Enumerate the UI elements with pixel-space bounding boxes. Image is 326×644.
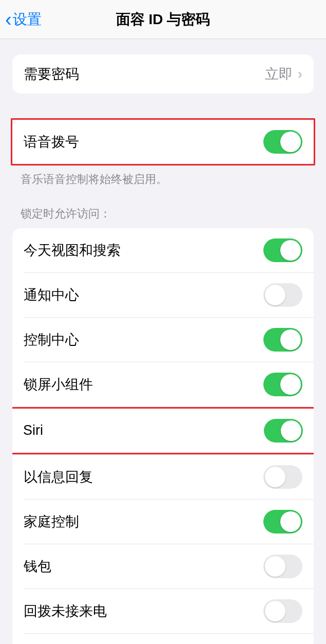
chevron-left-icon: ‹ (5, 10, 12, 29)
notification-center-row: 通知中心 (12, 273, 314, 317)
wallet-toggle[interactable] (263, 555, 302, 578)
siri-toggle[interactable] (264, 419, 303, 443)
control-center-toggle[interactable] (263, 328, 302, 352)
wallet-label: 钱包 (24, 557, 51, 576)
control-center-row: 控制中心 (12, 318, 314, 362)
reply-message-toggle[interactable] (263, 465, 302, 489)
voice-dial-footer: 音乐语音控制将始终被启用。 (0, 165, 326, 188)
notification-center-toggle[interactable] (263, 283, 302, 307)
page-title: 面容 ID 与密码 (116, 10, 210, 29)
lockscreen-widgets-label: 锁屏小组件 (24, 375, 93, 394)
back-button[interactable]: ‹ 设置 (5, 10, 42, 29)
require-passcode-value: 立即 (265, 65, 293, 83)
home-control-toggle[interactable] (263, 510, 302, 533)
require-passcode-label: 需要密码 (24, 65, 79, 83)
home-control-row: 家庭控制 (12, 500, 314, 544)
chevron-right-icon: › (298, 66, 302, 82)
today-view-toggle[interactable] (263, 238, 302, 262)
require-passcode-row[interactable]: 需要密码 立即 › (12, 54, 314, 94)
lockscreen-widgets-row: 锁屏小组件 (12, 362, 314, 407)
navigation-bar: ‹ 设置 面容 ID 与密码 (0, 0, 326, 39)
lock-access-header: 锁定时允许访问： (0, 206, 326, 228)
return-missed-calls-toggle[interactable] (263, 599, 302, 623)
reply-message-label: 以信息回复 (24, 468, 93, 486)
today-view-row: 今天视图和搜索 (12, 228, 314, 272)
wallet-row: 钱包 (12, 544, 314, 588)
voice-dial-row: 语音拨号 (12, 120, 314, 164)
control-center-label: 控制中心 (24, 330, 79, 349)
siri-label: Siri (23, 422, 43, 438)
siri-row: Siri (12, 407, 314, 454)
lock-access-section: 今天视图和搜索 通知中心 控制中心 锁屏小组件 Siri (12, 228, 314, 644)
reply-message-row: 以信息回复 (12, 455, 314, 499)
back-label: 设置 (13, 10, 42, 29)
usb-accessories-row: USB 配件 (12, 634, 314, 644)
return-missed-calls-row: 回拨未接来电 (12, 589, 314, 633)
lockscreen-widgets-toggle[interactable] (263, 373, 302, 396)
notification-center-label: 通知中心 (24, 286, 79, 304)
today-view-label: 今天视图和搜索 (24, 241, 121, 260)
return-missed-calls-label: 回拨未接来电 (24, 602, 107, 620)
highlight-voice-dial: 语音拨号 (11, 118, 315, 165)
home-control-label: 家庭控制 (24, 512, 79, 531)
voice-dial-toggle[interactable] (263, 130, 302, 154)
voice-dial-label: 语音拨号 (24, 133, 79, 151)
